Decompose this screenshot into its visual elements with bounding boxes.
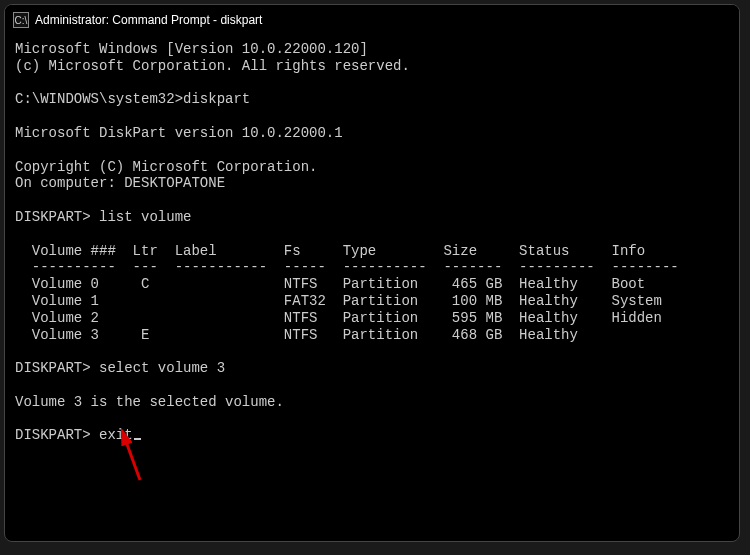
- cmd-list-volume: list volume: [99, 209, 191, 225]
- cmd-diskpart: diskpart: [183, 91, 250, 107]
- cmd-icon: C:\: [13, 12, 29, 28]
- cmd-exit: exit: [99, 427, 133, 443]
- table-row: Volume 2 NTFS Partition 595 MB Healthy H…: [15, 310, 662, 326]
- table-row: Volume 1 FAT32 Partition 100 MB Healthy …: [15, 293, 662, 309]
- cmd-select-volume: select volume 3: [99, 360, 225, 376]
- cursor: [134, 438, 141, 440]
- table-row: Volume 3 E NTFS Partition 468 GB Healthy: [15, 327, 578, 343]
- diskpart-prompt: DISKPART>: [15, 427, 91, 443]
- table-divider: ---------- --- ----------- ----- -------…: [15, 259, 679, 275]
- diskpart-copyright: Copyright (C) Microsoft Corporation.: [15, 159, 317, 175]
- select-result: Volume 3 is the selected volume.: [15, 394, 284, 410]
- copyright-line: (c) Microsoft Corporation. All rights re…: [15, 58, 410, 74]
- os-version-line: Microsoft Windows [Version 10.0.22000.12…: [15, 41, 368, 57]
- diskpart-version: Microsoft DiskPart version 10.0.22000.1: [15, 125, 343, 141]
- diskpart-prompt: DISKPART>: [15, 360, 91, 376]
- computer-name: On computer: DESKTOPATONE: [15, 175, 225, 191]
- command-prompt-window: C:\ Administrator: Command Prompt - disk…: [4, 4, 740, 542]
- table-row: Volume 0 C NTFS Partition 465 GB Healthy…: [15, 276, 645, 292]
- table-header: Volume ### Ltr Label Fs Type Size Status…: [15, 243, 645, 259]
- window-title: Administrator: Command Prompt - diskpart: [35, 13, 262, 27]
- titlebar[interactable]: C:\ Administrator: Command Prompt - disk…: [5, 5, 739, 35]
- prompt-path: C:\WINDOWS\system32>: [15, 91, 183, 107]
- terminal-output[interactable]: Microsoft Windows [Version 10.0.22000.12…: [5, 35, 739, 541]
- diskpart-prompt: DISKPART>: [15, 209, 91, 225]
